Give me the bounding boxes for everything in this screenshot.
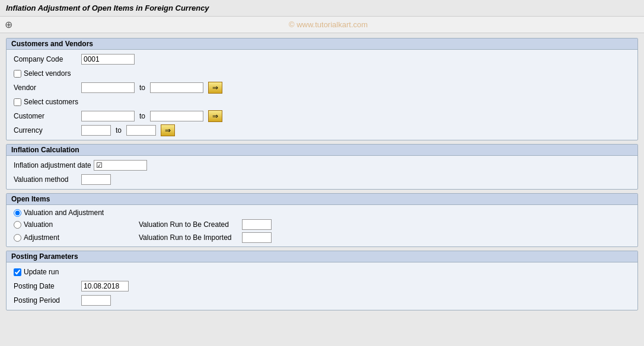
valuation-and-adjustment-label: Valuation and Adjustment: [24, 209, 104, 217]
vendor-select-button[interactable]: ⇒: [208, 82, 222, 94]
main-content: Customers and Vendors Company Code Selec…: [0, 33, 644, 315]
posting-parameters-section: Posting Parameters Update run Posting Da…: [6, 251, 638, 310]
customers-vendors-section: Customers and Vendors Company Code Selec…: [6, 38, 638, 140]
vendor-to-label: to: [139, 84, 145, 92]
update-run-label: Update run: [24, 268, 59, 276]
select-customers-label: Select customers: [24, 98, 78, 106]
posting-period-label: Posting Period: [14, 296, 79, 305]
inflation-date-label: Inflation adjustment date: [14, 161, 91, 169]
adjustment-radio[interactable]: [14, 234, 21, 242]
valuation-run-created-label: Valuation Run to Be Created: [139, 220, 240, 229]
toolbar-icon[interactable]: ⊕: [5, 19, 12, 30]
valuation-run-imported-label: Valuation Run to Be Imported: [139, 233, 240, 242]
customer-row: Customer to ⇒: [14, 110, 630, 122]
posting-date-row: Posting Date: [14, 280, 630, 292]
select-customers-checkbox[interactable]: [14, 98, 21, 106]
inflation-date-input[interactable]: [94, 160, 147, 171]
select-vendors-row: Select vendors: [14, 68, 630, 79]
page-title: Inflation Adjustment of Open Items in Fo…: [6, 4, 209, 12]
valuation-and-adjustment-row: Valuation and Adjustment: [14, 209, 630, 217]
customer-to-label: to: [139, 112, 145, 120]
currency-to-label: to: [116, 126, 122, 134]
inflation-date-row: Inflation adjustment date: [14, 159, 630, 171]
inflation-calculation-header: Inflation Calculation: [7, 145, 637, 156]
posting-date-input[interactable]: [81, 281, 129, 291]
valuation-label: Valuation: [24, 220, 89, 229]
currency-select-button[interactable]: ⇒: [161, 124, 175, 136]
customers-vendors-header: Customers and Vendors: [7, 39, 637, 50]
company-code-row: Company Code: [14, 53, 630, 65]
vendor-arrow-icon: ⇒: [212, 84, 218, 92]
select-vendors-checkbox[interactable]: [14, 70, 21, 78]
update-run-checkbox[interactable]: [14, 268, 21, 276]
valuation-method-label: Valuation method: [14, 175, 79, 184]
company-code-input[interactable]: [81, 54, 135, 65]
valuation-method-input[interactable]: [81, 174, 111, 185]
update-run-row: Update run: [14, 266, 630, 278]
posting-period-row: Posting Period: [14, 294, 630, 306]
company-code-label: Company Code: [14, 55, 79, 63]
select-customers-row: Select customers: [14, 96, 630, 108]
select-vendors-label: Select vendors: [24, 69, 71, 78]
currency-label: Currency: [14, 126, 79, 134]
toolbar: ⊕ © www.tutorialkart.com: [0, 17, 644, 33]
vendor-to-input[interactable]: [150, 82, 203, 93]
adjustment-label: Adjustment: [24, 233, 89, 242]
vendor-label: Vendor: [14, 84, 79, 92]
inflation-calculation-section: Inflation Calculation Inflation adjustme…: [6, 144, 638, 190]
currency-from-input[interactable]: [81, 125, 111, 136]
customer-from-input[interactable]: [81, 111, 135, 121]
valuation-method-row: Valuation method: [14, 174, 630, 185]
adjustment-row: Adjustment Valuation Run to Be Imported: [14, 232, 630, 243]
posting-date-label: Posting Date: [14, 282, 79, 290]
vendor-row: Vendor to ⇒: [14, 82, 630, 94]
posting-parameters-header: Posting Parameters: [7, 251, 637, 262]
valuation-run-imported-input[interactable]: [242, 232, 272, 243]
customer-to-input[interactable]: [150, 111, 203, 121]
currency-to-input[interactable]: [126, 125, 156, 136]
posting-period-input[interactable]: [81, 295, 111, 306]
title-bar: Inflation Adjustment of Open Items in Fo…: [0, 0, 644, 17]
currency-row: Currency to ⇒: [14, 124, 630, 136]
valuation-and-adjustment-radio[interactable]: [14, 209, 21, 217]
watermark: © www.tutorialkart.com: [17, 20, 639, 29]
valuation-radio[interactable]: [14, 221, 21, 229]
valuation-run-created-input[interactable]: [242, 219, 272, 230]
open-items-section: Open Items Valuation and Adjustment Valu…: [6, 193, 638, 247]
currency-arrow-icon: ⇒: [165, 126, 171, 134]
customer-select-button[interactable]: ⇒: [208, 110, 222, 122]
vendor-from-input[interactable]: [81, 82, 135, 93]
valuation-row: Valuation Valuation Run to Be Created: [14, 219, 630, 230]
customer-arrow-icon: ⇒: [212, 112, 218, 120]
customer-label: Customer: [14, 112, 79, 120]
open-items-header: Open Items: [7, 194, 637, 205]
